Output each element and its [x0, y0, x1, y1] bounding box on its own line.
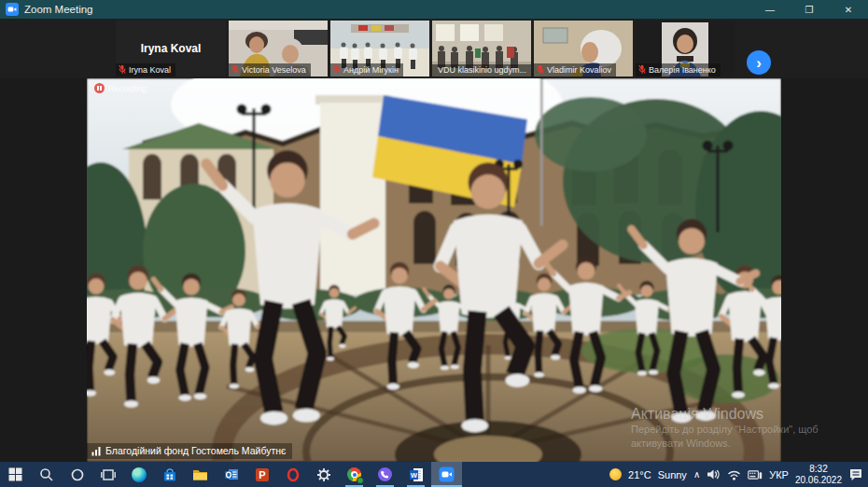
chrome-badge-icon [357, 477, 364, 484]
taskbar-app-file-explorer[interactable] [185, 462, 216, 487]
participant-tile-valeriia-ivanenko[interactable]: Валерія Іваненко [636, 21, 735, 77]
settings-gear-icon [316, 467, 331, 482]
muted-mic-icon [333, 64, 341, 75]
start-button[interactable] [0, 462, 31, 487]
chrome-icon [347, 467, 361, 481]
clock[interactable]: 8:32 20.06.2022 [795, 464, 842, 486]
participant-name-badge: Iryna Koval [116, 63, 175, 77]
video-scene [87, 78, 781, 462]
window-controls: — ❐ ✕ [750, 0, 868, 19]
search-button[interactable] [31, 462, 62, 487]
task-view-icon [101, 467, 116, 482]
participant-tile-victoria-veselova[interactable]: Victoria Veselova [229, 21, 328, 77]
cortana-button[interactable] [62, 462, 92, 487]
hidden-icons-chevron[interactable]: ∧ [693, 469, 700, 480]
task-view-button[interactable] [92, 462, 123, 487]
weather-temperature[interactable]: 21°C [628, 469, 651, 480]
maximize-button[interactable]: ❐ [790, 0, 829, 19]
zoom-meeting-window: Zoom Meeting — ❐ ✕ Iryna Koval Iryna Kov… [0, 0, 868, 487]
action-center-icon[interactable] [848, 467, 863, 481]
viber-icon [378, 467, 392, 481]
taskbar-app-viber[interactable] [370, 462, 400, 487]
participant-name-badge: VDU klasikinio ugdym... [432, 64, 531, 77]
participant-tile-iryna-koval[interactable]: Iryna Koval Iryna Koval [116, 21, 226, 77]
muted-mic-icon [231, 64, 239, 75]
audio-level-icon [91, 446, 102, 456]
taskbar-app-opera[interactable] [277, 462, 308, 487]
language-indicator[interactable]: УКР [769, 469, 789, 480]
muted-mic-icon [638, 64, 646, 75]
zoom-app-icon [6, 3, 19, 16]
taskbar-app-store[interactable] [154, 462, 185, 487]
zoom-icon [439, 466, 455, 482]
taskbar-app-powerpoint[interactable]: P [246, 462, 277, 487]
svg-text:W: W [410, 471, 417, 480]
participant-name-badge: Валерія Іваненко [636, 63, 721, 77]
minimize-button[interactable]: — [750, 0, 790, 19]
participant-name-badge: Андрій Мігукін [330, 63, 403, 77]
opera-icon [286, 467, 301, 482]
file-explorer-icon [192, 467, 208, 481]
recording-dot-icon [94, 83, 105, 93]
taskbar-app-zoom[interactable] [431, 462, 462, 487]
tray-date: 20.06.2022 [795, 475, 842, 485]
main-video[interactable]: Recording Благодійний фонд Гостомель Май… [87, 78, 781, 462]
windows-logo-icon [8, 467, 22, 481]
participant-tile-andrii-mihukin[interactable]: Андрій Мігукін [330, 21, 429, 77]
cortana-icon [70, 467, 85, 482]
taskbar-app-chrome[interactable] [339, 462, 370, 487]
edge-icon [132, 467, 147, 482]
weather-sun-icon[interactable] [609, 468, 622, 480]
participant-tile-vdu-klasikinio[interactable]: VDU klasikinio ugdym... [432, 21, 531, 77]
muted-mic-icon [119, 64, 126, 75]
system-tray: 21°C Sunny ∧ УКР 8:32 20.06.2022 [609, 464, 868, 486]
weather-condition[interactable]: Sunny [658, 469, 687, 480]
participant-filmstrip: Iryna Koval Iryna Koval Victoria V [0, 19, 868, 78]
participant-tile-vladimir-kovaliov[interactable]: Vladimir Kovaliov [534, 21, 633, 77]
recording-indicator: Recording [94, 83, 147, 93]
microsoft-store-icon [162, 467, 177, 482]
powerpoint-icon: P [255, 467, 270, 482]
search-icon [39, 467, 54, 482]
taskbar-app-word[interactable]: W [400, 462, 431, 487]
next-participants-button[interactable]: › [747, 50, 771, 75]
taskbar-app-edge[interactable] [123, 462, 154, 487]
taskbar-app-settings[interactable] [308, 462, 339, 487]
participant-name-badge: Victoria Veselova [229, 63, 311, 77]
active-speaker-label: Благодійний фонд Гостомель Майбутнє [87, 443, 292, 459]
main-stage: Recording Благодійний фонд Гостомель Май… [0, 78, 868, 462]
touch-keyboard-icon[interactable] [748, 469, 763, 480]
windows-taskbar: P W [0, 462, 868, 487]
window-title: Zoom Meeting [24, 4, 93, 15]
speaker-icon[interactable] [707, 468, 721, 480]
participant-name-badge: Vladimir Kovaliov [534, 63, 616, 77]
network-wifi-icon[interactable] [727, 469, 741, 480]
svg-text:P: P [259, 469, 265, 480]
close-button[interactable]: ✕ [829, 0, 868, 19]
muted-mic-icon [537, 64, 544, 75]
outlook-icon [224, 467, 239, 481]
taskbar-app-outlook[interactable] [216, 462, 246, 487]
window-titlebar: Zoom Meeting — ❐ ✕ [0, 0, 868, 19]
word-icon: W [409, 467, 424, 482]
tray-time: 8:32 [809, 464, 827, 474]
